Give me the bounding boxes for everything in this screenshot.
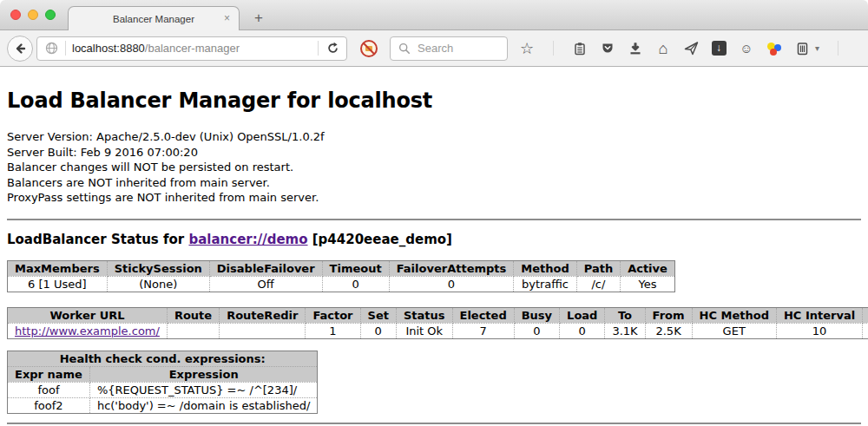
globe-icon [43,41,59,56]
table-row: http://www.example.com/ 1 0 Init Ok 7 0 … [8,323,868,338]
table-row: foof %{REQUEST_STATUS} =~ /^[234]/ [8,382,318,397]
navigation-toolbar: localhost:8880/balancer-manager ☆ [0,30,868,67]
toolbar-separator [838,41,838,56]
dropdown-caret-icon[interactable]: ▾ [815,43,819,53]
table-row: 6 [1 Used] (None) Off 0 0 bytraffic /c/ … [8,276,675,292]
persist-notice-line: Balancer changes will NOT be persisted o… [7,160,861,175]
server-version-line: Server Version: Apache/2.5.0-dev (Unix) … [7,129,861,145]
worker-url-link[interactable]: http://www.example.com/ [15,324,160,338]
table-header-row: Worker URL Route RouteRedir Factor Set S… [8,307,868,323]
bookmarks-menu-icon[interactable] [572,41,588,56]
browser-window: Balancer Manager × + localhost:8880/bala… [0,0,868,426]
page-content: Load Balancer Manager for localhost Serv… [0,67,868,424]
colored-dots-icon[interactable] [766,42,782,56]
toolbar-icons: ☆ ⌂ ↓ ☺ [519,41,868,56]
balancer-settings-table: MaxMembers StickySession DisableFailover… [7,260,675,292]
home-icon[interactable]: ⌂ [655,41,671,56]
video-download-icon[interactable]: ↓ [711,41,727,56]
section-divider [7,219,861,220]
send-icon[interactable] [683,41,699,56]
plugin-blocked-icon[interactable] [359,39,378,58]
menu-icon[interactable] [857,41,868,56]
titlebar: Balancer Manager × + [0,0,868,30]
container-icon[interactable] [794,41,810,56]
server-built-line: Server Built: Feb 9 2016 07:00:20 [7,145,861,161]
zoom-window-button[interactable] [45,10,56,20]
toolbar-separator [553,41,554,56]
search-bar[interactable] [390,36,508,61]
back-icon [13,42,27,56]
worker-status-table: Worker URL Route RouteRedir Factor Set S… [7,307,868,339]
table-title-row: Health check cond. expressions: [8,351,318,366]
url-bar[interactable]: localhost:8880/balancer-manager [36,36,347,61]
downloads-icon[interactable] [628,41,643,56]
url-text: localhost:8880/balancer-manager [72,42,240,55]
loadbalancer-status-heading: LoadBalancer Status for balancer://demo … [7,232,861,247]
tab-balancer-manager[interactable]: Balancer Manager × [68,6,240,30]
reload-icon[interactable] [325,41,340,56]
proxypass-notice-line: ProxyPass settings are NOT inherited fro… [7,190,861,206]
tab-title: Balancer Manager [113,14,194,24]
urlbar-separator [65,41,66,56]
table-header-row: Expr name Expression [8,366,318,382]
new-tab-button[interactable]: + [248,10,269,27]
back-button[interactable] [7,36,33,62]
search-input[interactable] [418,42,501,55]
table-header-row: MaxMembers StickySession DisableFailover… [8,260,675,276]
pocket-icon[interactable] [600,41,615,56]
url-domain: localhost:8880 [72,42,145,55]
close-window-button[interactable] [10,10,21,20]
table-row: foof2 hc('body') =~ /domain is establish… [8,397,318,413]
bookmark-star-icon[interactable]: ☆ [519,41,535,56]
inherit-notice-line: Balancers are NOT inherited from main se… [7,175,861,191]
search-icon [397,41,412,56]
server-info: Server Version: Apache/2.5.0-dev (Unix) … [7,129,861,206]
balancer-demo-link[interactable]: balancer://demo [188,232,307,247]
minimize-window-button[interactable] [28,10,38,20]
feedback-smiley-icon[interactable]: ☺ [739,41,754,56]
urlbar-separator [318,41,319,56]
health-check-table: Health check cond. expressions: Expr nam… [7,351,318,414]
bottom-divider [7,423,861,424]
page-title: Load Balancer Manager for localhost [7,67,861,129]
tab-close-icon[interactable]: × [224,13,230,23]
url-path: /balancer-manager [145,42,240,55]
health-check-title: Health check cond. expressions: [8,351,318,366]
traffic-lights [10,10,56,20]
